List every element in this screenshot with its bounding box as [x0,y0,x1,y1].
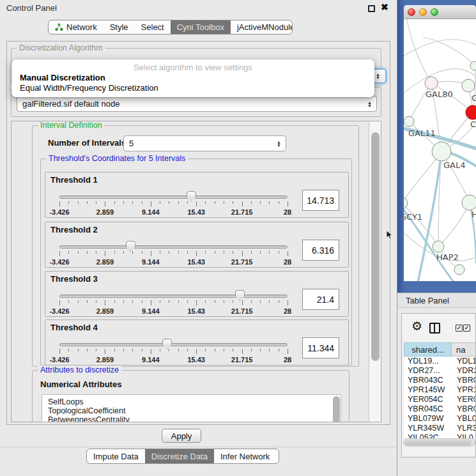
table-cell: YBR045C [404,404,452,414]
cyni-content-panel: Discretization Algorithm ▲▼ Select algor… [6,41,390,425]
minimize-traffic-light[interactable] [419,8,427,16]
table-cell: YIL0 [452,433,476,438]
table-row[interactable]: YPR145WYPR1 [404,385,476,395]
network-node[interactable] [470,61,476,70]
network-canvas[interactable]: GAL80GACGAL11GAL4GCY1HHAP2 [404,19,476,281]
zoom-traffic-light[interactable] [431,8,438,16]
dropdown-option-manual[interactable]: Manual Discretization [20,73,105,82]
network-node[interactable] [462,195,476,210]
slider-track[interactable] [59,295,288,298]
attribute-list-item[interactable]: BetweennessCentrality [42,415,341,422]
table-row[interactable]: YDR27...YDR2 [404,366,476,376]
group-label: Discretization Algorithm [17,43,105,52]
tab-infer-network[interactable]: Infer Network [214,449,276,463]
threshold-slider[interactable]: -3.4262.8599.14415.4321.71528 [59,222,288,268]
network-node[interactable] [454,265,464,275]
table-row[interactable]: YBL079WYBL0 [404,414,476,424]
number-of-intervals-label: Number of Intervals [48,138,126,148]
column-layout-icon[interactable] [429,323,440,334]
threshold-value-field[interactable]: 21.4 [302,289,339,310]
mouse-cursor [386,230,394,240]
threshold-slider[interactable]: -3.4262.8599.14415.4321.71528 [59,173,288,219]
discretization-algorithm-group: Discretization Algorithm ▲▼ Select algor… [11,48,381,86]
network-node-label: GCY1 [404,212,422,222]
slider-track[interactable] [59,196,288,199]
slider-thumb[interactable] [187,191,196,202]
network-node[interactable] [462,79,475,92]
checkbox-icon[interactable]: ✓ [456,325,463,332]
tab-discretize-data[interactable]: Discretize Data [145,449,214,463]
attributes-list-scrollbar[interactable] [333,396,340,422]
numerical-attributes-list[interactable]: SelfLoopsTopologicalCoefficientBetweenne… [42,394,341,422]
dropdown-placeholder: Select algorithm to view settings [12,63,374,72]
panel-title: Control Panel [6,3,57,13]
number-of-intervals-combobox[interactable]: 5 ▲▼ [123,135,286,151]
tab-jactivemnodules[interactable]: jActiveMNodules [231,20,293,34]
table-horizontal-scrollbar[interactable] [403,438,475,447]
slider-tick-labels: -3.4262.8599.14415.4321.71528 [59,307,288,315]
network-window: GAL80GACGAL11GAL4GCY1HHAP2 [404,5,476,281]
slider-thumb[interactable] [235,290,245,301]
apply-button[interactable]: Apply [162,429,201,443]
slider-tick-labels: -3.4262.8599.14415.4321.71528 [59,356,288,364]
scrollbar-thumb[interactable] [404,440,472,445]
threshold-value-field[interactable]: 14.713 [302,190,339,211]
network-node-label: GAL4 [443,160,465,170]
table-data-combobox[interactable]: galFiltered.sif default node ▲▼ [17,96,377,112]
threshold-value-field[interactable]: 11.344 [302,337,339,358]
gear-icon[interactable]: ⚙ [411,320,422,332]
slider-track[interactable] [59,245,288,249]
table-cell: YBR043C [404,376,452,385]
network-node[interactable] [432,142,451,161]
slider-track[interactable] [59,343,288,346]
tab-select[interactable]: Select [135,20,171,34]
column-header-shared-name[interactable]: shared... [404,342,452,357]
table-row[interactable]: YER054CYER0 [404,395,476,404]
table-cell: YBL0 [452,414,476,424]
float-window-icon[interactable] [368,5,375,12]
bottom-tab-bar: Impute Data Discretize Data Infer Networ… [86,449,279,464]
slider-thumb[interactable] [162,339,172,349]
close-icon[interactable]: ✖ [381,2,388,12]
attributes-group: Attributes to discretize Numerical Attri… [32,370,349,422]
threshold-coordinates-group: Threshold's Coordinates for 5 Intervals … [40,158,352,365]
table-cell: YIL052C [404,433,452,438]
attribute-list-item[interactable]: SelfLoops [42,397,341,406]
network-node[interactable] [404,197,408,209]
numerical-attributes-label: Numerical Attributes [40,380,121,389]
slider-thumb[interactable] [126,241,135,252]
table-row[interactable]: YIL052CYIL0 [404,433,476,438]
network-node[interactable] [433,241,444,252]
tab-impute-data[interactable]: Impute Data [87,449,145,463]
dropdown-option-equal-width[interactable]: Equal Width/Frequency Discretization [20,83,158,93]
table-row[interactable]: YDL19...YDL1 [404,357,476,366]
network-node[interactable] [404,116,414,127]
checkbox-icon[interactable]: ✓ [463,325,470,332]
table-cell: YPR145W [404,385,452,395]
tab-style[interactable]: Style [104,20,135,34]
table-row[interactable]: YBR045CYBR0 [404,404,476,414]
tab-cyni-toolbox[interactable]: Cyni Toolbox [171,20,231,34]
network-window-titlebar[interactable] [404,5,476,19]
column-header-name[interactable]: na [452,342,476,357]
threshold-slider[interactable]: -3.4262.8599.14415.4321.71528 [59,320,288,366]
close-traffic-light[interactable] [408,8,415,16]
table-cell: YLR345W [404,424,452,433]
interval-definition-group: Interval Definition Number of Intervals … [32,125,359,367]
table-row[interactable]: YLR345WYLR3 [404,424,476,433]
settings-scrollbar[interactable] [369,121,381,422]
tab-network[interactable]: Network [49,20,104,34]
attribute-list-item[interactable]: TopologicalCoefficient [42,406,341,415]
network-node-label: HAP2 [436,252,459,262]
threshold-slider[interactable]: -3.4262.8599.14415.4321.71528 [59,272,288,318]
table-cell: YBR0 [452,404,476,414]
threshold-panel: Threshold 2-3.4262.8599.14415.4321.71528… [45,222,349,268]
table-cell: YER054C [404,395,452,404]
network-node[interactable] [425,77,438,89]
table-row[interactable]: YBR043CYBR0 [404,376,476,385]
threshold-value-field[interactable]: 6.316 [302,240,339,261]
divider [0,447,397,447]
group-label: Threshold's Coordinates for 5 Intervals [46,154,188,163]
scrollbar-thumb[interactable] [371,132,380,361]
table-cell: YER0 [452,395,476,404]
